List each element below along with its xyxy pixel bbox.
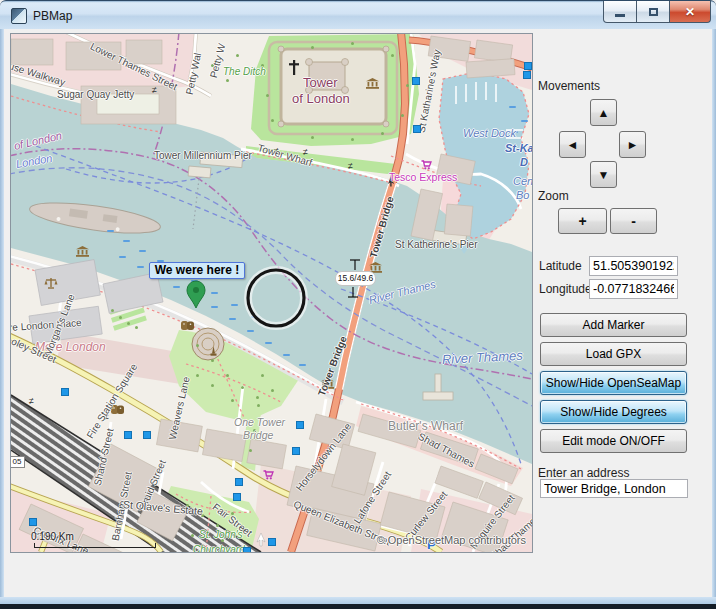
window-border-right <box>712 29 716 599</box>
map-attribution: © OpenStreetMap contributors <box>377 534 526 546</box>
map-scale-bar <box>34 543 156 548</box>
bridge-clearance-label: 15.6/49.6 <box>335 271 376 286</box>
move-right-button[interactable]: ► <box>619 131 646 158</box>
road-ref-badge: 05 <box>10 456 25 468</box>
zoom-in-button[interactable]: + <box>558 208 607 234</box>
close-button[interactable]: ✕ <box>670 1 711 23</box>
minimize-icon <box>615 14 625 17</box>
movements-label: Movements <box>538 79 600 93</box>
maximize-icon <box>649 8 658 16</box>
latitude-label: Latitude <box>539 259 582 273</box>
move-down-button[interactable]: ▼ <box>590 161 617 188</box>
window-border-left <box>0 29 4 599</box>
map-canvas <box>11 34 532 552</box>
longitude-input[interactable] <box>589 279 678 299</box>
latitude-input[interactable] <box>589 256 678 276</box>
add-marker-button[interactable]: Add Marker <box>540 313 687 337</box>
address-input[interactable] <box>540 479 688 498</box>
close-icon: ✕ <box>685 5 695 19</box>
marker-tooltip: We were here ! <box>149 262 245 279</box>
maximize-button[interactable] <box>637 1 670 23</box>
zoom-label: Zoom <box>538 189 569 203</box>
edit-mode-on-off-button[interactable]: Edit mode ON/OFF <box>540 429 687 453</box>
titlebar[interactable]: PBMap ✕ <box>0 0 716 29</box>
minimize-button[interactable] <box>603 1 637 23</box>
show-hide-openseamap-button[interactable]: Show/Hide OpenSeaMap <box>540 371 687 395</box>
window-title: PBMap <box>33 9 72 23</box>
map-view[interactable]: P≠≠≠≠≠≠ use WalkwayLower Thames StreetPe… <box>10 33 533 553</box>
address-label: Enter an address <box>538 466 629 480</box>
move-up-button[interactable]: ▲ <box>590 99 617 126</box>
load-gpx-button[interactable]: Load GPX <box>540 342 687 366</box>
move-left-button[interactable]: ◄ <box>559 131 586 158</box>
app-window: PBMap ✕ <box>0 0 716 609</box>
longitude-label: Longitude <box>539 282 592 296</box>
window-border-bottom <box>0 597 716 604</box>
window-edge <box>0 604 716 609</box>
show-hide-degrees-button[interactable]: Show/Hide Degrees <box>540 400 687 424</box>
zoom-out-button[interactable]: - <box>610 208 657 234</box>
app-icon <box>11 8 27 24</box>
map-scale-label: 0.190 Km <box>31 531 74 542</box>
